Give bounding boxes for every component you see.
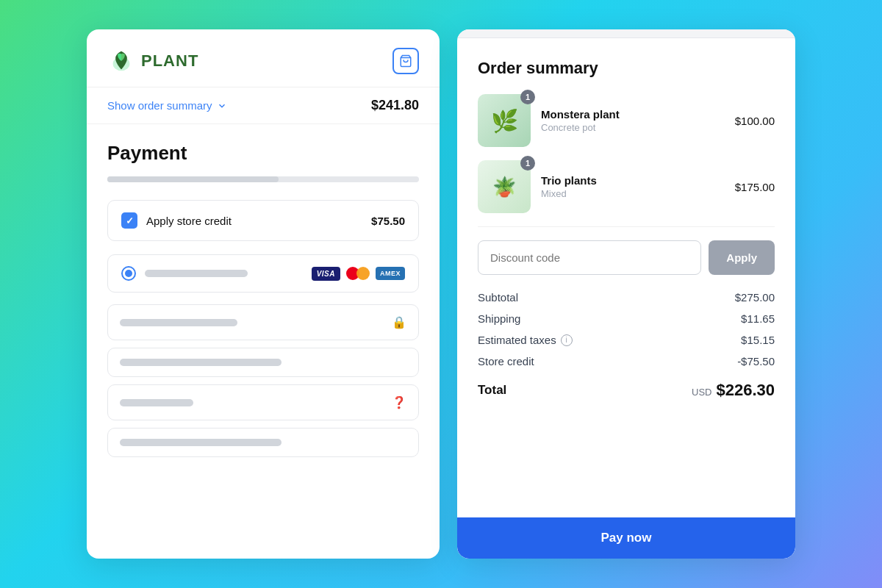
card-number-placeholder [145,270,248,277]
card-number-input-placeholder [120,319,237,326]
product-item-2: 🪴 1 Trio plants Mixed $175.00 [478,160,775,213]
product-variant-2: Mixed [541,188,725,199]
card-expiry-input-placeholder [120,399,193,406]
taxes-value: $15.15 [741,334,775,346]
right-body: Order summary 🌿 1 Monstera plant Concret… [457,38,795,517]
order-total-amount: $241.80 [371,98,419,113]
product-image-wrap-2: 🪴 1 [478,160,531,213]
taxes-info-icon[interactable]: i [561,334,573,346]
product-price-2: $175.00 [735,181,775,193]
payment-progress-bar [107,176,419,182]
store-credit-box: ✓ Apply store credit $75.50 [107,200,419,241]
product-qty-badge-1: 1 [520,90,535,104]
product-item-1: 🌿 1 Monstera plant Concrete pot $100.00 [478,94,775,147]
amex-card-icon: AMEX [376,267,405,280]
apply-discount-button[interactable]: Apply [709,240,775,275]
shipping-row: Shipping $11.65 [478,312,775,325]
discount-row: Apply [478,240,775,275]
order-summary-toggle[interactable]: Show order summary [107,99,227,112]
shipping-label: Shipping [478,312,520,325]
right-top-bar [457,29,795,38]
total-amount: $226.30 [716,381,775,400]
product-info-1: Monstera plant Concrete pot [541,108,725,133]
card-name-input-placeholder [120,359,282,366]
total-currency: USD [692,387,711,398]
product-price-1: $100.00 [735,115,775,127]
left-header: PLANT [87,29,440,87]
divider [478,226,775,227]
left-panel: PLANT Show order summary $241.80 Payment [87,29,440,559]
card-extra-field[interactable] [107,428,419,457]
subtotal-value: $275.00 [735,291,775,304]
radio-inner [125,270,132,277]
product-info-2: Trio plants Mixed [541,174,725,199]
payment-cards: VISA AMEX [312,265,405,282]
taxes-label: Estimated taxes i [478,334,573,346]
order-summary-rows: Subtotal $275.00 Shipping $11.65 Estimat… [478,291,775,368]
store-credit-checkbox[interactable]: ✓ [121,212,137,229]
card-name-field[interactable] [107,348,419,377]
product-name-1: Monstera plant [541,108,725,121]
lock-icon: 🔒 [392,315,406,329]
payment-radio[interactable] [121,266,136,281]
payment-method-left [121,266,248,281]
brand-name: PLANT [141,51,198,71]
product-qty-badge-2: 1 [520,156,535,171]
payment-method-box[interactable]: VISA AMEX [107,254,419,293]
right-panel: Order summary 🌿 1 Monstera plant Concret… [457,29,795,559]
product-name-2: Trio plants [541,174,725,187]
store-credit-amount: $75.50 [371,215,405,227]
checkmark-icon: ✓ [126,215,134,226]
visa-card-icon: VISA [312,267,340,281]
store-credit-summary-value: -$75.50 [737,355,775,368]
store-credit-summary-label: Store credit [478,355,534,368]
card-extra-input-placeholder [120,439,282,446]
discount-code-input[interactable] [478,240,701,275]
store-credit-left: ✓ Apply store credit [121,212,232,229]
cart-icon [399,54,412,68]
order-summary-toggle-label: Show order summary [107,99,212,112]
cvv-help-icon[interactable]: ❓ [392,395,406,409]
store-credit-label: Apply store credit [146,215,232,227]
mastercard-icon [345,265,371,282]
order-summary-title: Order summary [478,59,775,78]
taxes-row: Estimated taxes i $15.15 [478,334,775,346]
product-image-wrap-1: 🌿 1 [478,94,531,147]
right-footer: Pay now [457,517,795,559]
chevron-down-icon [217,101,227,111]
brand: PLANT [107,47,198,75]
cart-button[interactable] [392,48,419,74]
total-row: Total USD $226.30 [478,381,775,400]
subtotal-label: Subtotal [478,291,518,304]
brand-logo-icon [107,47,135,75]
total-value-wrap: USD $226.30 [692,381,775,400]
card-number-field[interactable]: 🔒 [107,304,419,340]
subtotal-row: Subtotal $275.00 [478,291,775,304]
payment-progress-fill [107,176,279,182]
total-label: Total [478,383,506,398]
left-body: Payment ✓ Apply store credit $75.50 VISA [87,124,440,559]
card-expiry-field[interactable]: ❓ [107,384,419,420]
shipping-value: $11.65 [741,312,775,325]
payment-title: Payment [107,142,419,165]
product-variant-1: Concrete pot [541,122,725,133]
pay-now-button[interactable]: Pay now [457,517,795,559]
order-summary-bar: Show order summary $241.80 [87,87,440,124]
store-credit-row: Store credit -$75.50 [478,355,775,368]
